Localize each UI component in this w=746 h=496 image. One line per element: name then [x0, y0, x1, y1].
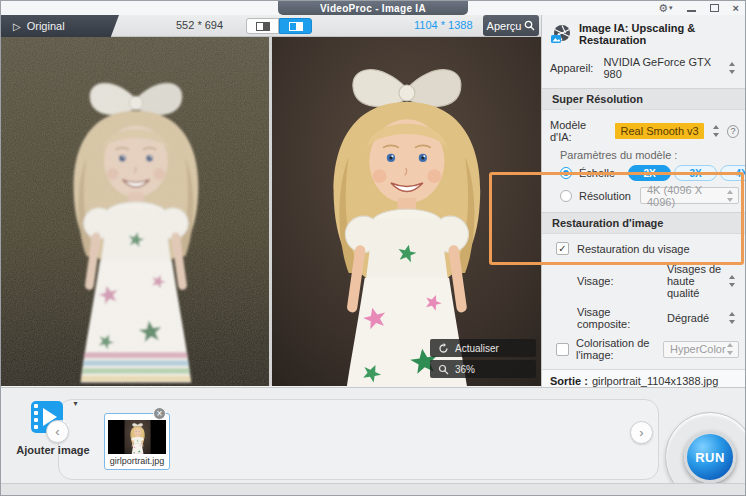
next-thumbnails-button[interactable]: › — [630, 421, 653, 444]
zoom-level-button[interactable]: 36% — [430, 360, 536, 378]
window-title: VideoProc - Image IA — [278, 1, 468, 15]
single-view-icon — [256, 22, 270, 31]
title-bar: VideoProc - Image IA ⚙▾ × — [1, 1, 745, 15]
face-label: Visage: — [577, 275, 665, 287]
spinner-icon — [728, 62, 737, 74]
section-restoration: Restauration d'image — [542, 212, 746, 234]
colorize-checkbox[interactable] — [556, 343, 569, 356]
thumbnail-close-icon[interactable]: × — [153, 407, 166, 420]
add-caret-icon: ▾ — [74, 399, 78, 408]
spinner-icon — [726, 190, 735, 202]
settings-panel: Image IA: Upscaling & Restauration Appar… — [541, 15, 746, 387]
thumbnail-item[interactable]: girlportrait.jpg — [104, 413, 170, 470]
magnifier-icon — [524, 20, 535, 31]
scale-4x-button[interactable]: 4X — [720, 165, 746, 181]
preview-area: Actualiser 36% — [1, 37, 541, 386]
tab-original[interactable]: ▷ Original — [1, 15, 119, 37]
refresh-icon — [438, 343, 449, 354]
single-view-toggle[interactable] — [246, 18, 279, 34]
split-view-toggle[interactable] — [279, 18, 312, 34]
prev-thumbnails-button[interactable]: ‹ — [46, 420, 69, 443]
device-label: Appareil: — [550, 62, 593, 74]
maximize-button[interactable] — [710, 4, 719, 12]
close-button[interactable]: × — [733, 2, 739, 14]
aperture-camera-icon — [550, 24, 572, 44]
composite-dropdown[interactable]: Dégradé — [665, 310, 739, 326]
output-label: Sortie : — [550, 375, 588, 387]
minimize-button[interactable] — [687, 5, 696, 12]
output-dimensions: 1104 * 1388 — [414, 19, 473, 31]
section-super-resolution: Super Résolution — [542, 88, 746, 110]
spinner-icon — [728, 312, 737, 324]
scale-label: Échelle — [579, 167, 615, 179]
apercu-button[interactable]: Aperçu — [483, 15, 539, 36]
add-image-label: Ajouter image — [13, 444, 93, 456]
split-divider[interactable] — [269, 37, 272, 386]
face-restore-checkbox[interactable]: ✓ — [556, 242, 569, 255]
preview-toolbar: ▷ Original 552 * 694 1104 * 1388 Aperçu — [1, 15, 541, 37]
model-dropdown[interactable]: Real Smooth v3 — [615, 123, 704, 139]
split-view-icon — [289, 22, 303, 31]
before-image — [1, 37, 269, 386]
tab-original-label: Original — [27, 20, 65, 32]
face-dropdown[interactable]: Visages de haute qualité — [665, 261, 739, 301]
refresh-button[interactable]: Actualiser — [430, 339, 536, 357]
resolution-radio[interactable] — [560, 190, 572, 202]
model-label: Modèle d'IA: — [550, 119, 605, 143]
device-dropdown[interactable]: NVIDIA GeForce GTX 980 — [601, 54, 739, 82]
thumbnail-image — [108, 420, 166, 454]
model-help-button[interactable]: ? — [727, 125, 739, 138]
resolution-label: Résolution — [579, 190, 631, 202]
settings-gear-icon[interactable]: ⚙▾ — [658, 2, 672, 14]
params-label: Paramètres du modèle : — [542, 149, 746, 161]
composite-label: Visage composite: — [577, 306, 665, 330]
thumbnail-filename: girlportrait.jpg — [105, 456, 169, 466]
resolution-dropdown[interactable]: 4K (4096 X 4096) — [640, 187, 739, 204]
colorize-label: Colorisation de l'image: — [576, 337, 654, 361]
output-filename: girlportrait_1104x1388.jpg — [592, 375, 718, 387]
before-after-comparison — [1, 37, 541, 386]
panel-title: Image IA: Upscaling & Restauration — [579, 22, 739, 46]
spinner-icon — [728, 275, 737, 287]
scale-3x-button[interactable]: 3X — [674, 165, 717, 181]
scale-radio[interactable] — [560, 167, 572, 179]
spinner-icon[interactable] — [712, 125, 721, 137]
face-restore-label: Restauration du visage — [577, 243, 690, 255]
app-window: VideoProc - Image IA ⚙▾ × ▷ Original 552… — [0, 0, 746, 496]
zoom-icon — [438, 364, 449, 375]
colorize-dropdown[interactable]: HyperColor — [663, 341, 739, 358]
source-dimensions: 552 * 694 — [176, 19, 223, 31]
spinner-icon — [726, 343, 735, 355]
media-tray: ▾ Ajouter image ‹ girlportrait.jpg × › R… — [1, 387, 745, 496]
status-strip — [1, 483, 745, 496]
run-button[interactable]: RUN — [684, 431, 736, 483]
play-icon: ▷ — [13, 21, 21, 32]
scale-2x-button[interactable]: 2X — [628, 165, 671, 181]
after-image — [272, 37, 541, 386]
